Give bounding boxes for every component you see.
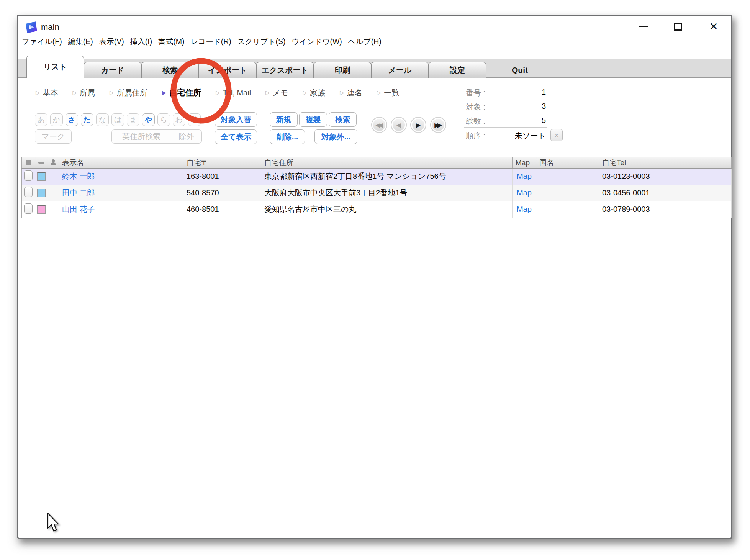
record-name-link[interactable]: 田中 二郎 [62, 188, 95, 197]
subtab-family[interactable]: ▷ 家族 [303, 88, 326, 98]
triangle-icon: ▷ [36, 89, 40, 96]
map-link[interactable]: Map [517, 205, 532, 213]
counter-separator [464, 99, 547, 99]
new-record-button[interactable]: 新規 [270, 112, 298, 127]
sort-clear-button[interactable]: × [550, 129, 563, 141]
marker-column-header[interactable] [35, 157, 47, 168]
column-header-home-address[interactable]: 自宅住所 [261, 157, 513, 168]
minimize-button[interactable] [635, 19, 651, 34]
prev-record-button[interactable]: ◀ [391, 117, 407, 133]
mark-button[interactable]: マーク [35, 129, 72, 144]
menu-item-insert[interactable]: 挿入(I) [130, 36, 152, 47]
kana-button-other[interactable]: 他 [188, 113, 201, 126]
map-link[interactable]: Map [517, 188, 532, 197]
maximize-button[interactable] [670, 19, 686, 34]
first-record-button[interactable]: ◀◀ [371, 117, 387, 133]
en-address-search-button[interactable]: 英住所検索 [112, 130, 171, 143]
tab-settings[interactable]: 設定 [429, 62, 486, 78]
row-marker-swatch[interactable] [37, 205, 46, 214]
row-checkbox[interactable] [24, 187, 33, 197]
app-logo-icon [25, 21, 38, 34]
subtab-label: 基本 [43, 88, 58, 98]
row-person-cell [47, 185, 59, 201]
tab-list[interactable]: リスト [26, 56, 84, 78]
menu-item-scripts[interactable]: スクリプト(S) [237, 36, 286, 47]
subtab-basic[interactable]: ▷ 基本 [36, 88, 58, 98]
delete-button[interactable]: 削除... [270, 129, 305, 144]
target-swap-button[interactable]: 対象入替 [215, 112, 257, 127]
row-person-cell [47, 168, 59, 185]
row-checkbox[interactable] [24, 170, 33, 181]
table-row: 田中 二郎 540-8570 大阪府大阪市中央区大手前3丁目2番地1号 Map … [22, 185, 732, 201]
column-header-home-postal[interactable]: 自宅〒 [183, 157, 261, 168]
next-record-icon: ▶ [416, 121, 421, 129]
window-title: main [41, 22, 59, 32]
kana-button-na[interactable]: な [96, 113, 109, 126]
postal-cell: 460-8501 [183, 201, 261, 218]
tab-export[interactable]: エクスポート [256, 62, 314, 78]
menu-item-edit[interactable]: 編集(E) [68, 36, 93, 47]
subtab-memo[interactable]: ▷ メモ [265, 88, 288, 98]
subtab-home-address[interactable]: ▶ 自宅住所 [162, 87, 201, 98]
tab-mail[interactable]: メール [371, 62, 429, 78]
menu-item-records[interactable]: レコード(R) [190, 36, 231, 47]
menu-item-file[interactable]: ファイル(F) [22, 36, 62, 47]
duplicate-button[interactable]: 複製 [299, 112, 327, 127]
triangle-icon: ▷ [73, 89, 77, 96]
tel-cell: 03-0123-0003 [599, 168, 732, 185]
tab-import[interactable]: インポート [199, 62, 256, 78]
subtab-bar: ▷ 基本 ▷ 所属 ▷ 所属住所 ▶ 自宅住所 ▷ Tel, Mail ▷ メモ [36, 87, 399, 98]
show-all-button[interactable]: 全て表示 [215, 129, 257, 144]
subtab-underline [34, 100, 452, 100]
subtab-overview[interactable]: ▷ 一覧 [377, 88, 400, 98]
map-link[interactable]: Map [517, 172, 532, 180]
kana-button-ka[interactable]: か [50, 113, 63, 126]
subtab-affiliation[interactable]: ▷ 所属 [73, 88, 95, 98]
kana-button-wa[interactable]: わ [173, 113, 185, 126]
kana-button-sa[interactable]: さ [66, 113, 78, 126]
menu-item-help[interactable]: ヘルプ(H) [348, 36, 382, 47]
subtab-label: 自宅住所 [169, 87, 201, 98]
subtab-tel-mail[interactable]: ▷ Tel, Mail [216, 88, 251, 97]
menu-item-window[interactable]: ウインドウ(W) [292, 36, 342, 47]
kana-button-ta[interactable]: た [81, 113, 93, 126]
subtab-joint-name[interactable]: ▷ 連名 [340, 88, 362, 98]
exclude-button[interactable]: 除外 [171, 130, 201, 143]
tab-print[interactable]: 印刷 [314, 62, 371, 78]
tel-cell: 03-0456-0001 [599, 185, 732, 201]
kana-button-ra[interactable]: ら [157, 113, 170, 126]
table-row: 鈴木 一郎 163-8001 東京都新宿区西新宿2丁目8番地1号 マンション75… [22, 168, 732, 185]
row-marker-swatch[interactable] [37, 189, 46, 197]
record-name-link[interactable]: 山田 花子 [62, 205, 95, 213]
kana-button-ya[interactable]: や [142, 113, 155, 126]
omit-button[interactable]: 対象外... [314, 129, 357, 144]
row-marker-swatch[interactable] [37, 172, 46, 181]
kana-button-ma[interactable]: ま [127, 113, 139, 126]
column-header-home-tel[interactable]: 自宅Tel [599, 157, 732, 168]
tab-card[interactable]: カード [84, 62, 141, 78]
subtab-label: 所属住所 [117, 88, 147, 98]
kana-button-ha[interactable]: は [111, 113, 124, 126]
select-column-header[interactable] [22, 157, 35, 168]
kana-button-a[interactable]: あ [35, 113, 47, 126]
menu-item-format[interactable]: 書式(M) [158, 36, 184, 47]
find-button[interactable]: 検索 [329, 112, 357, 127]
address-cell: 東京都新宿区西新宿2丁目8番地1号 マンション756号 [261, 168, 513, 185]
last-record-button[interactable]: ▶▶ [430, 117, 446, 133]
menu-item-view[interactable]: 表示(V) [99, 36, 124, 47]
address-cell: 愛知県名古屋市中区三の丸 [261, 201, 513, 218]
subtab-label: メモ [273, 88, 288, 98]
person-column-header[interactable] [47, 157, 59, 168]
subtab-affiliation-address[interactable]: ▷ 所属住所 [110, 88, 147, 98]
column-header-display-name[interactable]: 表示名 [59, 157, 183, 168]
record-name-link[interactable]: 鈴木 一郎 [62, 172, 95, 180]
row-person-cell [47, 201, 59, 218]
column-header-map[interactable]: Map [513, 157, 536, 168]
tab-search[interactable]: 検索 [141, 62, 199, 78]
tab-quit[interactable]: Quit [497, 62, 543, 78]
next-record-button[interactable]: ▶ [410, 117, 426, 133]
close-button[interactable]: × [706, 19, 721, 34]
column-header-country[interactable]: 国名 [536, 157, 599, 168]
row-checkbox[interactable] [24, 203, 33, 214]
subtab-label: 一覧 [384, 88, 399, 98]
